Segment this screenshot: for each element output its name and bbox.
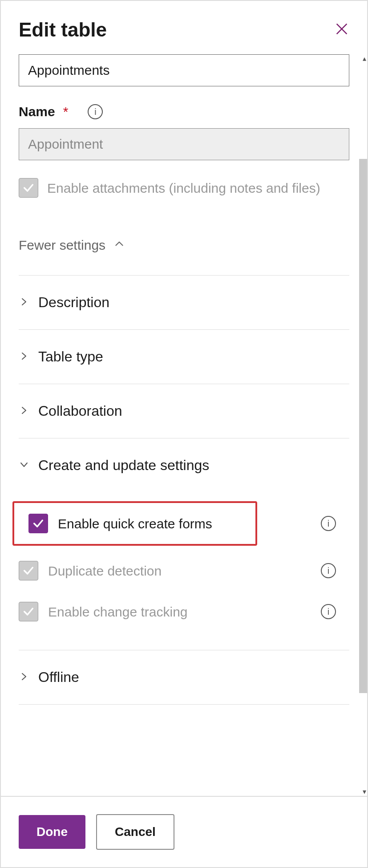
section-title: Offline	[38, 669, 79, 685]
chevron-right-icon	[19, 351, 29, 363]
attachments-checkbox	[19, 178, 38, 198]
required-indicator: *	[63, 104, 69, 119]
name-label: Name	[19, 104, 55, 119]
section-collaboration[interactable]: Collaboration	[19, 384, 349, 438]
info-icon[interactable]: i	[321, 604, 336, 619]
change-tracking-label: Enable change tracking	[48, 602, 311, 621]
chevron-right-icon	[19, 296, 29, 309]
section-offline[interactable]: Offline	[19, 650, 349, 704]
section-create-update[interactable]: Create and update settings	[19, 438, 349, 492]
name-input	[19, 128, 349, 160]
chevron-right-icon	[19, 671, 29, 684]
section-description[interactable]: Description	[19, 276, 349, 329]
quick-create-label: Enable quick create forms	[58, 514, 212, 533]
cancel-button[interactable]: Cancel	[96, 814, 174, 850]
info-icon[interactable]: i	[88, 104, 103, 119]
display-name-input[interactable]	[19, 54, 349, 86]
section-title: Table type	[38, 349, 103, 365]
highlight-quick-create: Enable quick create forms	[12, 501, 257, 546]
quick-create-checkbox[interactable]	[28, 514, 48, 533]
close-icon[interactable]	[334, 21, 349, 38]
scrollbar[interactable]: ▴ ▾	[359, 54, 367, 796]
section-title: Description	[38, 294, 109, 311]
duplicate-checkbox	[19, 561, 38, 580]
section-table-type[interactable]: Table type	[19, 330, 349, 384]
change-tracking-checkbox	[19, 602, 38, 621]
duplicate-label: Duplicate detection	[48, 561, 311, 580]
chevron-up-icon	[113, 238, 125, 253]
info-icon[interactable]: i	[321, 516, 336, 531]
scroll-area: Name * i Enable attachments (including n…	[1, 54, 367, 796]
info-icon[interactable]: i	[321, 563, 336, 578]
panel-title: Edit table	[19, 19, 107, 41]
section-title: Create and update settings	[38, 457, 209, 474]
attachments-label: Enable attachments (including notes and …	[47, 178, 320, 198]
scroll-down-icon[interactable]: ▾	[363, 787, 366, 796]
fewer-settings-toggle[interactable]: Fewer settings	[19, 238, 349, 253]
fewer-settings-label: Fewer settings	[19, 238, 105, 253]
done-button[interactable]: Done	[19, 815, 85, 849]
chevron-right-icon	[19, 405, 29, 418]
chevron-down-icon	[19, 459, 29, 472]
section-title: Collaboration	[38, 403, 122, 419]
scroll-up-icon[interactable]: ▴	[363, 54, 366, 63]
scroll-thumb[interactable]	[359, 159, 367, 693]
